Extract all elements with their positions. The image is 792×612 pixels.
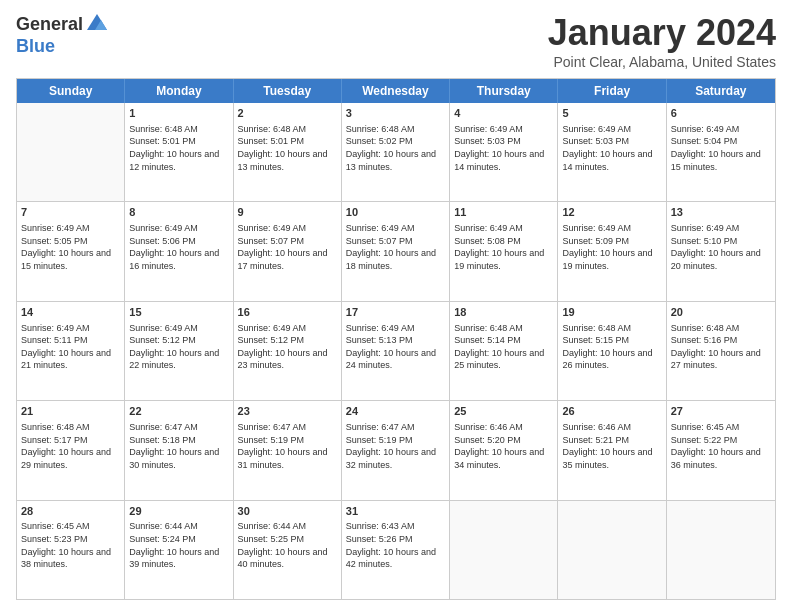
day-number: 31 — [346, 504, 445, 519]
day-number: 23 — [238, 404, 337, 419]
day-number: 2 — [238, 106, 337, 121]
day-info: Sunrise: 6:49 AMSunset: 5:13 PMDaylight:… — [346, 322, 445, 372]
day-info: Sunrise: 6:48 AMSunset: 5:17 PMDaylight:… — [21, 421, 120, 471]
day-number: 6 — [671, 106, 771, 121]
day-info: Sunrise: 6:49 AMSunset: 5:05 PMDaylight:… — [21, 222, 120, 272]
calendar-week: 28Sunrise: 6:45 AMSunset: 5:23 PMDayligh… — [17, 501, 775, 599]
calendar-week: 21Sunrise: 6:48 AMSunset: 5:17 PMDayligh… — [17, 401, 775, 500]
calendar-day-cell: 27Sunrise: 6:45 AMSunset: 5:22 PMDayligh… — [667, 401, 775, 499]
day-number: 22 — [129, 404, 228, 419]
calendar-day-cell: 10Sunrise: 6:49 AMSunset: 5:07 PMDayligh… — [342, 202, 450, 300]
day-number: 14 — [21, 305, 120, 320]
day-number: 26 — [562, 404, 661, 419]
day-info: Sunrise: 6:49 AMSunset: 5:04 PMDaylight:… — [671, 123, 771, 173]
day-number: 29 — [129, 504, 228, 519]
calendar-day-cell: 21Sunrise: 6:48 AMSunset: 5:17 PMDayligh… — [17, 401, 125, 499]
title-block: January 2024 Point Clear, Alabama, Unite… — [548, 12, 776, 70]
calendar-day-cell: 25Sunrise: 6:46 AMSunset: 5:20 PMDayligh… — [450, 401, 558, 499]
calendar-day-cell: 9Sunrise: 6:49 AMSunset: 5:07 PMDaylight… — [234, 202, 342, 300]
day-number: 17 — [346, 305, 445, 320]
calendar-week: 14Sunrise: 6:49 AMSunset: 5:11 PMDayligh… — [17, 302, 775, 401]
day-number: 5 — [562, 106, 661, 121]
day-info: Sunrise: 6:49 AMSunset: 5:08 PMDaylight:… — [454, 222, 553, 272]
calendar-day-cell: 20Sunrise: 6:48 AMSunset: 5:16 PMDayligh… — [667, 302, 775, 400]
day-number: 1 — [129, 106, 228, 121]
calendar-day-cell: 1Sunrise: 6:48 AMSunset: 5:01 PMDaylight… — [125, 103, 233, 201]
day-info: Sunrise: 6:49 AMSunset: 5:03 PMDaylight:… — [454, 123, 553, 173]
day-number: 4 — [454, 106, 553, 121]
day-number: 8 — [129, 205, 228, 220]
day-number: 7 — [21, 205, 120, 220]
calendar-day-cell: 24Sunrise: 6:47 AMSunset: 5:19 PMDayligh… — [342, 401, 450, 499]
calendar-day-cell: 2Sunrise: 6:48 AMSunset: 5:01 PMDaylight… — [234, 103, 342, 201]
day-number: 10 — [346, 205, 445, 220]
day-number: 21 — [21, 404, 120, 419]
calendar-body: 1Sunrise: 6:48 AMSunset: 5:01 PMDaylight… — [17, 103, 775, 599]
day-info: Sunrise: 6:48 AMSunset: 5:01 PMDaylight:… — [238, 123, 337, 173]
day-number: 28 — [21, 504, 120, 519]
day-info: Sunrise: 6:49 AMSunset: 5:03 PMDaylight:… — [562, 123, 661, 173]
calendar-header: SundayMondayTuesdayWednesdayThursdayFrid… — [17, 79, 775, 103]
logo-icon — [85, 12, 109, 36]
day-number: 25 — [454, 404, 553, 419]
day-number: 30 — [238, 504, 337, 519]
day-info: Sunrise: 6:44 AMSunset: 5:25 PMDaylight:… — [238, 520, 337, 570]
calendar-day-cell — [17, 103, 125, 201]
calendar-day-cell: 16Sunrise: 6:49 AMSunset: 5:12 PMDayligh… — [234, 302, 342, 400]
day-info: Sunrise: 6:44 AMSunset: 5:24 PMDaylight:… — [129, 520, 228, 570]
day-info: Sunrise: 6:48 AMSunset: 5:16 PMDaylight:… — [671, 322, 771, 372]
day-info: Sunrise: 6:45 AMSunset: 5:22 PMDaylight:… — [671, 421, 771, 471]
calendar-day-cell — [667, 501, 775, 599]
calendar-day-cell: 28Sunrise: 6:45 AMSunset: 5:23 PMDayligh… — [17, 501, 125, 599]
day-info: Sunrise: 6:47 AMSunset: 5:19 PMDaylight:… — [238, 421, 337, 471]
logo: General Blue — [16, 12, 109, 57]
calendar-week: 7Sunrise: 6:49 AMSunset: 5:05 PMDaylight… — [17, 202, 775, 301]
calendar-day-cell: 29Sunrise: 6:44 AMSunset: 5:24 PMDayligh… — [125, 501, 233, 599]
calendar-day-cell: 6Sunrise: 6:49 AMSunset: 5:04 PMDaylight… — [667, 103, 775, 201]
day-number: 12 — [562, 205, 661, 220]
calendar-day-cell: 26Sunrise: 6:46 AMSunset: 5:21 PMDayligh… — [558, 401, 666, 499]
day-number: 9 — [238, 205, 337, 220]
day-number: 16 — [238, 305, 337, 320]
calendar-day-cell — [558, 501, 666, 599]
day-info: Sunrise: 6:49 AMSunset: 5:11 PMDaylight:… — [21, 322, 120, 372]
calendar-title: January 2024 — [548, 12, 776, 54]
calendar-day-cell: 31Sunrise: 6:43 AMSunset: 5:26 PMDayligh… — [342, 501, 450, 599]
day-number: 3 — [346, 106, 445, 121]
page-header: General Blue January 2024 Point Clear, A… — [16, 12, 776, 70]
calendar-day-cell: 30Sunrise: 6:44 AMSunset: 5:25 PMDayligh… — [234, 501, 342, 599]
cal-header-cell: Sunday — [17, 79, 125, 103]
cal-header-cell: Friday — [558, 79, 666, 103]
calendar-day-cell: 15Sunrise: 6:49 AMSunset: 5:12 PMDayligh… — [125, 302, 233, 400]
calendar-day-cell — [450, 501, 558, 599]
day-number: 19 — [562, 305, 661, 320]
day-info: Sunrise: 6:48 AMSunset: 5:02 PMDaylight:… — [346, 123, 445, 173]
day-number: 27 — [671, 404, 771, 419]
cal-header-cell: Wednesday — [342, 79, 450, 103]
day-number: 20 — [671, 305, 771, 320]
calendar-subtitle: Point Clear, Alabama, United States — [548, 54, 776, 70]
calendar-day-cell: 5Sunrise: 6:49 AMSunset: 5:03 PMDaylight… — [558, 103, 666, 201]
day-info: Sunrise: 6:47 AMSunset: 5:18 PMDaylight:… — [129, 421, 228, 471]
day-number: 11 — [454, 205, 553, 220]
cal-header-cell: Tuesday — [234, 79, 342, 103]
day-info: Sunrise: 6:48 AMSunset: 5:15 PMDaylight:… — [562, 322, 661, 372]
logo-general: General — [16, 14, 83, 35]
calendar-day-cell: 7Sunrise: 6:49 AMSunset: 5:05 PMDaylight… — [17, 202, 125, 300]
day-info: Sunrise: 6:49 AMSunset: 5:07 PMDaylight:… — [346, 222, 445, 272]
day-number: 18 — [454, 305, 553, 320]
day-info: Sunrise: 6:46 AMSunset: 5:21 PMDaylight:… — [562, 421, 661, 471]
cal-header-cell: Monday — [125, 79, 233, 103]
calendar-day-cell: 14Sunrise: 6:49 AMSunset: 5:11 PMDayligh… — [17, 302, 125, 400]
cal-header-cell: Thursday — [450, 79, 558, 103]
day-number: 24 — [346, 404, 445, 419]
calendar-day-cell: 3Sunrise: 6:48 AMSunset: 5:02 PMDaylight… — [342, 103, 450, 201]
calendar-day-cell: 19Sunrise: 6:48 AMSunset: 5:15 PMDayligh… — [558, 302, 666, 400]
calendar-page: General Blue January 2024 Point Clear, A… — [0, 0, 792, 612]
logo-blue: Blue — [16, 36, 55, 57]
calendar-day-cell: 8Sunrise: 6:49 AMSunset: 5:06 PMDaylight… — [125, 202, 233, 300]
calendar-day-cell: 18Sunrise: 6:48 AMSunset: 5:14 PMDayligh… — [450, 302, 558, 400]
day-info: Sunrise: 6:49 AMSunset: 5:06 PMDaylight:… — [129, 222, 228, 272]
calendar-day-cell: 17Sunrise: 6:49 AMSunset: 5:13 PMDayligh… — [342, 302, 450, 400]
day-info: Sunrise: 6:43 AMSunset: 5:26 PMDaylight:… — [346, 520, 445, 570]
